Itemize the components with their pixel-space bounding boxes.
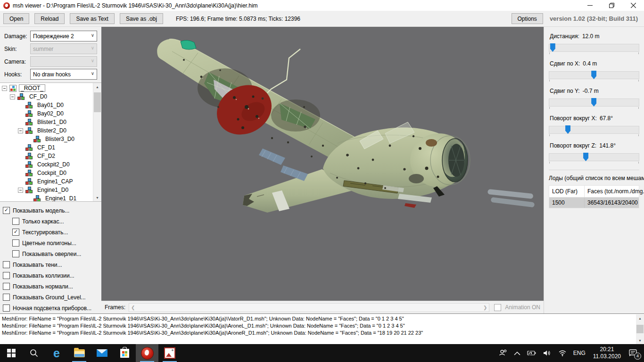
3d-viewport[interactable] <box>101 27 544 301</box>
display-option[interactable]: Показывать тени... <box>3 259 101 270</box>
combo-skin[interactable]: summer∨ <box>30 43 97 54</box>
save-as-obj-button[interactable]: Save as .obj <box>120 13 163 24</box>
reload-button[interactable]: Reload <box>34 13 65 24</box>
combo-camera[interactable]: ∨ <box>30 56 97 67</box>
tree-item[interactable]: Blister2_D0 <box>0 126 93 135</box>
tree-scrollbar-thumb[interactable] <box>94 92 101 112</box>
slider-name: Сдвиг по Y: <box>550 88 580 94</box>
log-scrollbar[interactable]: ▲ ▼ <box>636 314 644 344</box>
options-button[interactable]: Options <box>512 13 543 24</box>
display-option[interactable]: Показывать оверлеи... <box>3 248 101 259</box>
tree-scrollbar[interactable]: ▲ ▼ <box>93 83 101 201</box>
tree-expander-icon[interactable] <box>2 86 7 91</box>
slider-thumb[interactable] <box>583 153 588 161</box>
checkbox[interactable] <box>3 261 10 268</box>
file-explorer-button[interactable] <box>68 344 91 362</box>
slider-thumb[interactable] <box>591 71 596 79</box>
mesh-node-icon <box>25 161 33 168</box>
checkbox[interactable] <box>3 294 10 301</box>
mesh-node-icon <box>17 93 25 100</box>
checkbox[interactable] <box>3 304 10 312</box>
display-option[interactable]: Показывать нормали... <box>3 281 101 292</box>
tree-item[interactable]: Cockpit_D0 <box>0 169 93 177</box>
display-option[interactable]: ✓Текстурировать... <box>3 227 101 238</box>
tree-item[interactable]: Cockpit2_D0 <box>0 160 93 169</box>
checkbox[interactable] <box>12 250 19 257</box>
tree-item[interactable]: Bay02_D0 <box>0 109 93 118</box>
start-button[interactable] <box>0 344 23 362</box>
edge-button[interactable]: e <box>45 344 68 362</box>
clock[interactable]: 20:21 11.03.2020 <box>589 346 625 360</box>
open-button[interactable]: Open <box>3 13 29 24</box>
slider-thumb[interactable] <box>565 125 570 134</box>
slider-thumb[interactable] <box>550 43 555 52</box>
language-indicator[interactable]: ENG <box>570 344 589 362</box>
display-options: ✓Показывать модель...Только каркас...✓Те… <box>0 202 101 313</box>
combo-hooks[interactable]: No draw hooks∨ <box>30 69 97 80</box>
slider-track[interactable] <box>549 153 639 161</box>
tree-expander-icon[interactable] <box>18 128 23 133</box>
slider-track[interactable] <box>549 126 639 134</box>
image-viewer-button[interactable] <box>158 344 181 362</box>
close-button[interactable] <box>622 0 644 11</box>
tree-expander-icon[interactable] <box>18 188 23 193</box>
checkbox[interactable] <box>12 239 19 247</box>
tree-item[interactable]: CF_D0 <box>0 92 93 101</box>
minimize-button[interactable] <box>579 0 601 11</box>
frames-right-icon[interactable]: ❯ <box>483 305 487 310</box>
checkbox[interactable] <box>12 218 19 225</box>
tray-expand-button[interactable] <box>511 344 524 362</box>
people-button[interactable] <box>495 344 511 362</box>
volume-button[interactable] <box>540 344 555 362</box>
scroll-up-icon[interactable]: ▲ <box>93 83 101 90</box>
clock-date: 11.03.2020 <box>593 353 621 360</box>
checkbox-label: Показывать нормали... <box>13 283 73 290</box>
frames-scrollbar[interactable]: ❮ ❯ <box>129 303 489 312</box>
field-label: Hooks: <box>4 71 30 78</box>
display-option[interactable]: Ночная подсветка приборов... <box>3 303 101 313</box>
tree-item[interactable]: Bay01_D0 <box>0 101 93 109</box>
checkbox[interactable] <box>3 272 10 279</box>
error-log[interactable]: MeshError: FileName = "Program Files\IL-… <box>0 313 644 344</box>
slider-thumb[interactable] <box>591 98 596 107</box>
animation-checkbox[interactable] <box>494 304 501 311</box>
slider-track[interactable] <box>549 44 639 52</box>
scroll-down-icon[interactable]: ▼ <box>93 194 101 201</box>
slider-track[interactable] <box>549 99 639 107</box>
tree-item[interactable]: Engine1_D0 <box>0 186 93 194</box>
tree-item[interactable]: Blister3_D0 <box>0 135 93 143</box>
slider-track[interactable] <box>549 71 639 79</box>
battery-button[interactable] <box>524 344 540 362</box>
display-option[interactable]: Цветные полигоны... <box>3 238 101 248</box>
display-option[interactable]: Показывать Ground_Level... <box>3 292 101 303</box>
checkbox[interactable] <box>3 283 10 290</box>
tree-item[interactable]: _ROOT_ <box>0 84 93 92</box>
tree-expander-icon[interactable] <box>10 94 15 99</box>
log-scroll-up-icon[interactable]: ▲ <box>636 314 644 322</box>
save-as-text-button[interactable]: Save as Text <box>70 13 114 24</box>
lod-table-row[interactable]: 150036543/16143/20400 <box>549 197 639 208</box>
display-option[interactable]: Показывать коллизии... <box>3 270 101 281</box>
frames-left-icon[interactable]: ❮ <box>131 305 135 310</box>
notifications-button[interactable]: 4 <box>625 344 641 362</box>
log-scrollbar-thumb[interactable] <box>636 325 644 333</box>
checkbox[interactable]: ✓ <box>3 207 10 214</box>
animation-toggle[interactable]: Animation ON <box>494 304 540 311</box>
tree-item[interactable]: Engine1_CAP <box>0 177 93 186</box>
log-scroll-down-icon[interactable]: ▼ <box>636 337 644 344</box>
display-option[interactable]: Только каркас... <box>3 216 101 227</box>
mail-button[interactable] <box>91 344 113 362</box>
tree-item[interactable]: Engine1_D1 <box>0 194 93 201</box>
wifi-button[interactable] <box>555 344 570 362</box>
tree-item[interactable]: CF_D1 <box>0 143 93 152</box>
search-button[interactable] <box>23 344 45 362</box>
tree-item[interactable]: CF_D2 <box>0 152 93 160</box>
tree-item[interactable]: Blister1_D0 <box>0 118 93 126</box>
display-option[interactable]: ✓Показывать модель... <box>3 205 101 216</box>
store-button[interactable] <box>113 344 136 362</box>
checkbox[interactable]: ✓ <box>12 229 19 236</box>
msh-viewer-taskbar-button[interactable] <box>136 344 158 362</box>
combo-damage[interactable]: Повреждение 2∨ <box>30 31 97 41</box>
restore-button[interactable] <box>601 0 622 11</box>
windows-logo-icon <box>7 349 16 357</box>
